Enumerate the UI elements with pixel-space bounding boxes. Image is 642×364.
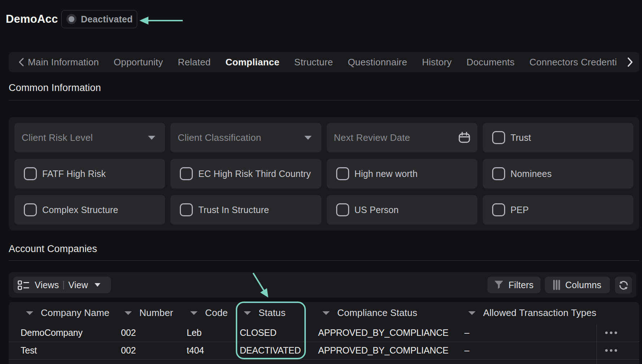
tab-structure[interactable]: Structure [294, 57, 333, 68]
sort-triangle-icon[interactable] [26, 311, 33, 315]
sort-triangle-icon[interactable] [125, 311, 132, 315]
nominees-checkbox[interactable] [492, 167, 505, 180]
cell-company-name: DemoCompany [21, 324, 82, 342]
columns-label: Columns [565, 280, 601, 290]
row-divider [9, 359, 639, 360]
tab-related[interactable]: Related [178, 57, 211, 68]
ec-high-risk-third-country-checkbox-field: EC High Risk Third Country [170, 159, 321, 188]
refresh-button[interactable] [615, 277, 632, 294]
section-title-account-companies: Account Companies [9, 243, 97, 255]
sort-triangle-icon[interactable] [322, 311, 330, 315]
views-button[interactable]: Views View [13, 277, 111, 293]
tab-main-information[interactable]: Main Information [28, 57, 99, 68]
checkbox-label: EC High Risk Third Country [198, 169, 311, 179]
calendar-icon [458, 131, 470, 144]
trust-in-structure-checkbox-field: Trust In Structure [170, 195, 321, 225]
badge-annotation-arrow-icon [139, 16, 184, 26]
status-column-annotation-arrow-icon [249, 270, 271, 300]
status-badge: Deactivated [61, 10, 137, 28]
status-badge-label: Deactivated [81, 14, 133, 25]
pep-checkbox-field: PEP [483, 195, 633, 225]
section-divider [9, 100, 639, 100]
column-header-company-name[interactable]: Company Name [26, 302, 109, 324]
actions-column-divider [597, 324, 597, 364]
trust-in-structure-checkbox[interactable] [180, 203, 193, 216]
complex-structure-checkbox[interactable] [24, 203, 37, 216]
views-label: Views [35, 280, 59, 290]
table-row[interactable]: DemoCompany 002 Leb CLOSED APPROVED_BY_C… [9, 324, 639, 342]
complex-structure-checkbox-field: Complex Structure [14, 195, 165, 225]
section-divider [9, 260, 639, 261]
client-classification-select[interactable]: Client Classification [170, 123, 321, 152]
high-new-worth-checkbox[interactable] [336, 167, 349, 180]
tab-history[interactable]: History [422, 57, 452, 68]
tab-questionnaire[interactable]: Questionnaire [348, 57, 407, 68]
ellipsis-dot [610, 332, 612, 334]
table-toolbar: Views View Filters Columns [9, 272, 636, 298]
tabs-scroll-right-icon[interactable] [627, 57, 633, 67]
ellipsis-dot [615, 349, 617, 352]
client-risk-level-select[interactable]: Client Risk Level [14, 123, 165, 152]
tabs-scroll-left-icon[interactable] [18, 57, 24, 67]
checkbox-label: Trust In Structure [198, 205, 269, 215]
cell-number: 002 [121, 324, 136, 342]
cell-number: 002 [121, 342, 136, 359]
field-placeholder: Client Classification [178, 132, 261, 143]
sort-triangle-icon[interactable] [468, 311, 476, 315]
tab-opportunity[interactable]: Opportunity [114, 57, 163, 68]
caret-down-icon [148, 136, 155, 140]
fatf-high-risk-checkbox[interactable] [24, 167, 37, 180]
sort-triangle-icon[interactable] [190, 311, 198, 315]
high-new-worth-checkbox-field: High new worth [327, 159, 477, 188]
trust-checkbox[interactable] [492, 131, 505, 144]
tab-list: Main Information Opportunity Related Com… [28, 57, 625, 68]
checkbox-label: FATF High Risk [42, 169, 106, 179]
row-actions-ellipsis-icon[interactable] [601, 324, 621, 342]
checkbox-label: US Person [355, 205, 399, 215]
ellipsis-dot [605, 349, 608, 352]
ec-high-risk-third-country-checkbox[interactable] [180, 167, 193, 180]
tab-connectors-credentials[interactable]: Connectors Credenti [529, 57, 617, 68]
page: DemoAcc Deactivated Main Information Opp… [0, 0, 642, 364]
columns-button[interactable]: Columns [545, 277, 610, 293]
row-actions-ellipsis-icon[interactable] [601, 342, 621, 359]
account-companies-table: Company Name Number Code Status Complian… [9, 302, 639, 364]
views-divider [63, 281, 64, 289]
status-column-annotation-box [236, 302, 306, 359]
filter-funnel-icon [494, 281, 503, 289]
ellipsis-dot [605, 332, 608, 334]
trust-checkbox-field: Trust [483, 123, 633, 152]
fatf-high-risk-checkbox-field: FATF High Risk [14, 159, 165, 188]
checkbox-label: High new worth [355, 169, 418, 179]
filters-button[interactable]: Filters [487, 277, 541, 293]
cell-allowed-transaction-types: – [464, 324, 469, 342]
nominees-checkbox-field: Nominees [483, 159, 633, 188]
column-header-number[interactable]: Number [125, 302, 173, 324]
us-person-checkbox[interactable] [336, 203, 349, 216]
ellipsis-dot [615, 332, 617, 334]
ellipsis-dot [610, 349, 612, 352]
cell-allowed-transaction-types: – [464, 342, 469, 359]
tab-compliance[interactable]: Compliance [225, 57, 279, 68]
status-dot-icon [66, 14, 77, 24]
column-header-code[interactable]: Code [190, 302, 228, 324]
caret-down-icon [304, 136, 312, 140]
common-information-panel: Client Risk Level Client Classification … [9, 117, 639, 230]
column-header-allowed-transaction-types[interactable]: Allowed Transaction Types [468, 302, 597, 324]
views-caret-down-icon [95, 283, 100, 287]
page-title: DemoAcc [6, 10, 58, 28]
checkbox-label: PEP [511, 205, 529, 215]
cell-compliance-status: APPROVED_BY_COMPLIANCE [318, 324, 448, 342]
field-placeholder: Next Review Date [334, 132, 410, 143]
next-review-date-field[interactable]: Next Review Date [327, 123, 477, 152]
tab-documents[interactable]: Documents [467, 57, 515, 68]
checkbox-label: Trust [511, 133, 531, 143]
filters-label: Filters [508, 280, 533, 290]
column-header-compliance-status[interactable]: Compliance Status [322, 302, 417, 324]
checkbox-label: Complex Structure [42, 205, 118, 215]
table-row[interactable]: Test 002 t404 DEACTIVATED APPROVED_BY_CO… [9, 342, 639, 359]
cell-company-name: Test [21, 342, 37, 359]
field-placeholder: Client Risk Level [22, 132, 93, 143]
pep-checkbox[interactable] [492, 203, 505, 216]
section-title-common-information: Common Information [9, 82, 101, 94]
